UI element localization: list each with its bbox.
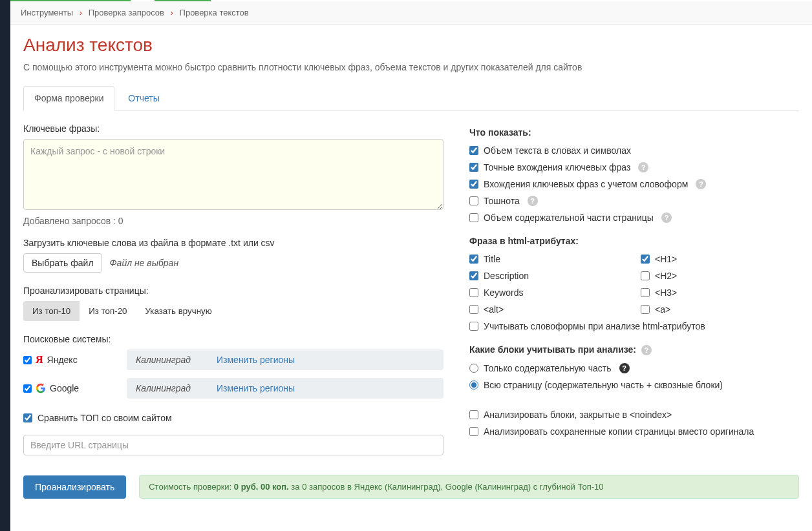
- compare-top-checkbox[interactable]: [23, 413, 32, 422]
- google-change-region[interactable]: Изменить регионы: [217, 383, 295, 393]
- show-volume-checkbox[interactable]: [469, 146, 478, 155]
- keyphrases-label: Ключевые фразы:: [23, 123, 443, 134]
- tabs: Форма проверки Отчеты: [23, 85, 799, 110]
- google-label: Google: [50, 383, 79, 393]
- tab-form[interactable]: Форма проверки: [23, 86, 114, 110]
- wordforms-attrs-checkbox[interactable]: [469, 322, 478, 331]
- show-nausea-checkbox[interactable]: [469, 196, 478, 205]
- page-title: Анализ текстов: [23, 35, 799, 56]
- show-forms-checkbox[interactable]: [469, 180, 478, 189]
- attr-h2-checkbox[interactable]: [641, 271, 650, 280]
- upload-label: Загрузить ключевые слова из файла в форм…: [23, 238, 443, 248]
- yandex-change-region[interactable]: Изменить регионы: [217, 355, 295, 365]
- attr-alt-checkbox[interactable]: [469, 305, 478, 314]
- attr-description-checkbox[interactable]: [469, 271, 478, 280]
- yandex-region-pill: Калининград Изменить регионы: [127, 349, 443, 370]
- seg-top10[interactable]: Из топ-10: [23, 301, 80, 321]
- attrs-label: Фраза в html-атрибутах:: [469, 236, 799, 246]
- attr-h3-checkbox[interactable]: [641, 288, 650, 297]
- compare-top-row: Сравнить ТОП со своим сайтом: [23, 413, 443, 423]
- google-region-pill: Калининград Изменить регионы: [127, 378, 443, 399]
- help-icon[interactable]: ?: [641, 345, 652, 355]
- help-icon[interactable]: ?: [638, 162, 648, 172]
- yandex-region: Калининград: [136, 355, 191, 365]
- google-checkbox[interactable]: [23, 384, 32, 393]
- page-subtitle: С помощью этого инструмента можно быстро…: [23, 62, 799, 72]
- blocks-label: Какие блоки учитывать при анализе: ?: [469, 344, 799, 355]
- attr-a-checkbox[interactable]: [641, 305, 650, 314]
- blocks-content-radio[interactable]: [469, 364, 478, 373]
- analyze-segment-group: Из топ-10 Из топ-20 Указать вручную: [23, 301, 221, 321]
- chevron-right-icon: ›: [171, 8, 173, 17]
- breadcrumb-item-tools[interactable]: Инструменты: [21, 8, 73, 17]
- show-exact-checkbox[interactable]: [469, 163, 478, 172]
- google-region: Калининград: [136, 383, 191, 393]
- help-icon[interactable]: ?: [528, 196, 538, 206]
- seg-top20[interactable]: Из топ-20: [80, 301, 136, 321]
- cost-info: Стоимость проверки: 0 руб. 00 коп. за 0 …: [139, 475, 799, 499]
- engine-row-yandex: Я Яндекс Калининград Изменить регионы: [23, 349, 443, 370]
- analyze-pages-label: Проанализировать страницы:: [23, 286, 443, 296]
- what-to-show-label: Что показать:: [469, 127, 799, 138]
- noindex-checkbox[interactable]: [469, 410, 478, 419]
- help-icon[interactable]: ?: [619, 363, 630, 373]
- engine-row-google: Google Калининград Изменить регионы: [23, 378, 443, 399]
- engines-label: Поисковые системы:: [23, 334, 443, 344]
- keyphrases-textarea[interactable]: [23, 139, 443, 210]
- yandex-checkbox[interactable]: [23, 356, 32, 364]
- google-icon: [36, 383, 46, 393]
- help-icon[interactable]: ?: [696, 179, 706, 189]
- breadcrumb: Инструменты › Проверка запросов › Провер…: [10, 1, 812, 25]
- yandex-label: Яндекс: [47, 355, 78, 365]
- saved-copies-checkbox[interactable]: [469, 427, 478, 436]
- breadcrumb-item-text-check: Проверка текстов: [180, 8, 249, 17]
- compare-url-input[interactable]: [23, 435, 443, 455]
- tab-reports[interactable]: Отчеты: [117, 86, 170, 110]
- choose-file-button[interactable]: Выбрать файл: [23, 253, 102, 273]
- yandex-icon: Я: [36, 354, 43, 366]
- compare-top-label: Сравнить ТОП со своим сайтом: [37, 413, 172, 423]
- attr-keywords-checkbox[interactable]: [469, 288, 478, 297]
- breadcrumb-item-query-check[interactable]: Проверка запросов: [89, 8, 164, 17]
- attr-h1-checkbox[interactable]: [641, 255, 650, 264]
- show-content-volume-checkbox[interactable]: [469, 213, 478, 222]
- analyze-button[interactable]: Проанализировать: [23, 475, 126, 499]
- added-count: Добавлено запросов : 0: [23, 216, 443, 226]
- attr-title-checkbox[interactable]: [469, 255, 478, 264]
- chevron-right-icon: ›: [80, 8, 82, 17]
- seg-manual[interactable]: Указать вручную: [136, 301, 221, 321]
- file-status: Файл не выбран: [109, 258, 178, 268]
- help-icon[interactable]: ?: [661, 213, 672, 223]
- blocks-full-radio[interactable]: [469, 380, 478, 390]
